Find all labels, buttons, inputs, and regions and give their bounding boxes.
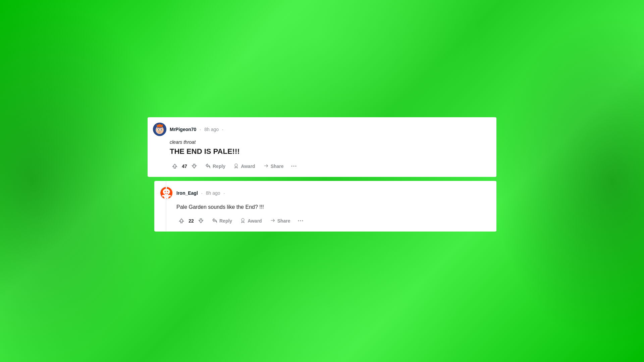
svg-point-28 bbox=[241, 218, 244, 221]
award-button-1[interactable]: Award bbox=[230, 161, 259, 171]
share-button-2[interactable]: Share bbox=[267, 216, 294, 226]
upvote-button-1[interactable] bbox=[170, 161, 180, 171]
comment-subtext-1: clears throat bbox=[170, 139, 490, 145]
comment-text-2: Pale Garden sounds like the End? !!! bbox=[176, 203, 490, 211]
more-button-2[interactable]: ··· bbox=[295, 216, 307, 226]
downvote-button-1[interactable] bbox=[189, 161, 199, 171]
award-icon-2 bbox=[240, 218, 246, 224]
username-1[interactable]: MrPigeon70 bbox=[170, 127, 196, 132]
dot-sep-2: · bbox=[201, 190, 203, 195]
svg-point-27 bbox=[167, 198, 168, 199]
vote-section-1: 47 bbox=[170, 161, 199, 171]
username-2[interactable]: Iron_Eagl bbox=[176, 190, 198, 195]
reply-button-2[interactable]: Reply bbox=[209, 216, 235, 226]
upvote-button-2[interactable] bbox=[176, 216, 186, 226]
upvote-icon-1 bbox=[172, 163, 178, 169]
svg-point-12 bbox=[235, 164, 237, 166]
comment-card-2: Iron_Eagl · 8h ago · Pale Garden sounds … bbox=[154, 181, 496, 231]
comment-card-1: MrPigeon70 · 8h ago · clears throat THE … bbox=[148, 117, 496, 177]
action-bar-1: 47 Reply bbox=[170, 161, 490, 171]
comment-body-2: Pale Garden sounds like the End? !!! 22 bbox=[160, 203, 490, 226]
vote-count-1: 47 bbox=[181, 164, 188, 169]
comment-header-2: Iron_Eagl · 8h ago · bbox=[160, 186, 490, 199]
vote-count-2: 22 bbox=[188, 218, 195, 224]
share-icon-2 bbox=[270, 218, 275, 224]
more-button-1[interactable]: ··· bbox=[288, 161, 300, 171]
upvote-icon-2 bbox=[178, 218, 184, 224]
timestamp-2: 8h ago bbox=[206, 190, 220, 195]
dot-sep-1b: · bbox=[222, 127, 223, 132]
reply-icon-2 bbox=[212, 218, 217, 224]
svg-point-8 bbox=[158, 129, 159, 130]
award-button-2[interactable]: Award bbox=[237, 216, 265, 226]
downvote-icon-2 bbox=[198, 218, 204, 224]
dot-sep-1: · bbox=[200, 127, 201, 132]
comment-body-1: clears throat THE END IS PALE!!! 47 bbox=[153, 139, 490, 172]
share-button-1[interactable]: Share bbox=[260, 161, 287, 171]
avatar-iron-eagl bbox=[160, 186, 173, 199]
avatar-mrpigeon70 bbox=[153, 123, 166, 136]
svg-rect-11 bbox=[157, 127, 162, 128]
svg-point-10 bbox=[159, 131, 160, 131]
reply-icon-1 bbox=[205, 163, 211, 169]
svg-point-23 bbox=[164, 194, 169, 198]
comment-header-1: MrPigeon70 · 8h ago · bbox=[153, 123, 490, 136]
timestamp-1: 8h ago bbox=[204, 127, 219, 132]
content-area: MrPigeon70 · 8h ago · clears throat THE … bbox=[148, 117, 496, 232]
svg-point-26 bbox=[164, 198, 166, 199]
share-icon-1 bbox=[263, 163, 269, 169]
vote-section-2: 22 bbox=[176, 216, 206, 226]
dot-sep-2b: · bbox=[224, 190, 225, 195]
downvote-icon-1 bbox=[191, 163, 197, 169]
svg-point-21 bbox=[165, 191, 165, 191]
action-bar-2: 22 Reply bbox=[176, 216, 490, 226]
svg-point-22 bbox=[167, 191, 168, 191]
reply-button-1[interactable]: Reply bbox=[202, 161, 229, 171]
svg-point-9 bbox=[161, 129, 162, 130]
downvote-button-2[interactable] bbox=[196, 216, 206, 226]
award-icon-1 bbox=[233, 163, 239, 169]
comment-text-1: THE END IS PALE!!! bbox=[170, 147, 490, 157]
